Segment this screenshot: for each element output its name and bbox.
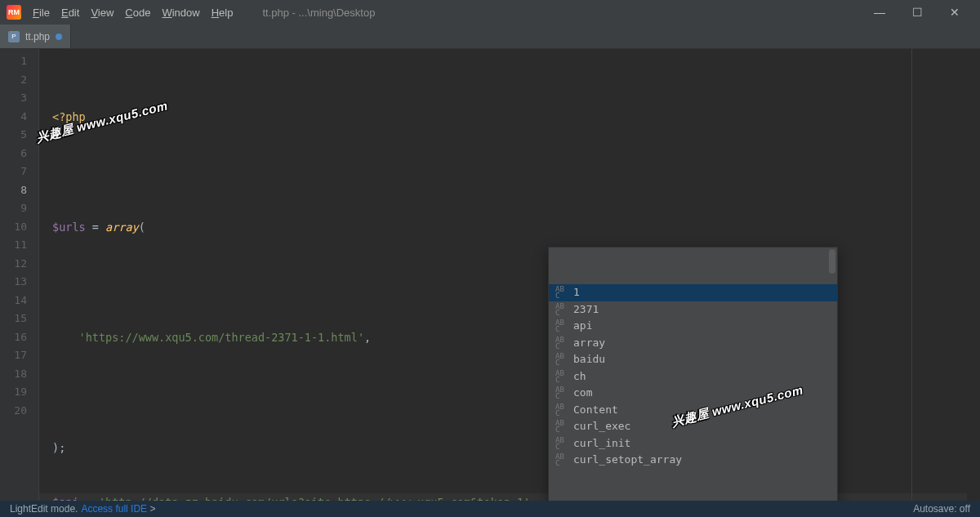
line-number: 18 (0, 365, 27, 384)
abc-icon: ABC (555, 386, 567, 399)
autocomplete-item-label: 2371 (573, 301, 599, 319)
menu-window[interactable]: Window (162, 7, 199, 19)
autocomplete-item[interactable]: ABCcom (549, 385, 837, 402)
abc-icon: ABC (555, 453, 567, 466)
autocomplete-item[interactable]: ABCcurl_exec (549, 418, 837, 435)
autocomplete-item-label: api (573, 317, 592, 336)
line-number: 16 (0, 328, 27, 347)
line-number: 8 (0, 181, 27, 200)
status-autosave: Autosave: off (913, 503, 970, 515)
line-number: 13 (0, 273, 27, 292)
autocomplete-item[interactable]: ABCch (549, 368, 837, 386)
close-button[interactable]: ✕ (936, 0, 973, 25)
app-icon: RM (7, 5, 21, 20)
abc-icon: ABC (555, 420, 567, 433)
menu-file[interactable]: File (33, 7, 50, 19)
abc-icon: ABC (555, 336, 567, 350)
autocomplete-item[interactable]: ABCapi (549, 318, 837, 335)
abc-icon: ABC (555, 303, 567, 316)
line-number: 7 (0, 163, 27, 181)
window-controls: — ☐ ✕ (861, 0, 973, 25)
line-number: 15 (0, 310, 27, 328)
gutter: 1234567891011121314151617181920 (0, 49, 39, 501)
menu-code[interactable]: Code (125, 7, 150, 19)
line-number: 20 (0, 402, 27, 421)
autocomplete-item-label: ch (573, 368, 586, 386)
abc-icon: ABC (555, 370, 567, 383)
autocomplete-item-label: curl_init (573, 435, 630, 453)
line-number: 5 (0, 126, 27, 145)
line-number: 11 (0, 236, 27, 255)
tab-ttphp[interactable]: P tt.php (0, 25, 71, 48)
titlebar: RM File Edit View Code Window Help tt.ph… (0, 0, 980, 25)
autocomplete-item[interactable]: ABCbaidu (549, 351, 837, 368)
line-number: 9 (0, 199, 27, 218)
menu-view[interactable]: View (91, 7, 114, 19)
abc-icon: ABC (555, 437, 567, 450)
autocomplete-item[interactable]: ABCContent (549, 402, 837, 419)
window-title: tt.php - ...\ming\Desktop (262, 7, 375, 19)
line-number: 14 (0, 292, 27, 310)
code-editor[interactable]: <?php $urls = array( 'https://www.xqu5.c… (39, 49, 980, 501)
menubar: File Edit View Code Window Help (33, 7, 233, 19)
autocomplete-item[interactable]: ABC2371 (549, 301, 837, 319)
abc-icon: ABC (555, 403, 567, 417)
line-number: 1 (0, 52, 27, 71)
php-file-icon: P (8, 31, 20, 42)
autocomplete-item-label: 1 (573, 284, 580, 302)
statusbar: LightEdit mode. Access full IDE > Autosa… (0, 501, 980, 517)
line-number: 10 (0, 218, 27, 237)
tabbar: P tt.php (0, 25, 980, 49)
scrollbar-thumb[interactable] (829, 249, 835, 274)
autocomplete-item[interactable]: ABC1 (549, 284, 837, 301)
line-number: 6 (0, 145, 27, 163)
autocomplete-item-label: baidu (573, 350, 605, 369)
autocomplete-item[interactable]: ABCcurl_init (549, 435, 837, 452)
code-text: <?php (52, 110, 86, 123)
autocomplete-item-label: curl_exec (573, 417, 630, 436)
tab-filename: tt.php (25, 31, 50, 42)
autocomplete-item-label: curl_setopt_array (573, 451, 682, 468)
abc-icon: ABC (555, 319, 567, 332)
line-number: 19 (0, 383, 27, 402)
access-full-ide-link[interactable]: Access full IDE (81, 503, 147, 515)
maximize-button[interactable]: ☐ (898, 0, 936, 25)
autocomplete-item-label: com (573, 384, 592, 403)
autocomplete-item-label: Content (573, 401, 618, 420)
line-number: 3 (0, 89, 27, 108)
dirty-indicator-icon (56, 33, 62, 40)
autocomplete-item[interactable]: ABCcurl_setopt_array (549, 452, 837, 468)
line-number: 4 (0, 108, 27, 127)
menu-help[interactable]: Help (212, 7, 234, 19)
autocomplete-popup[interactable]: ABC1ABC2371ABCapiABCarrayABCbaiduABCchAB… (548, 247, 838, 517)
autocomplete-item-label: array (573, 334, 605, 353)
autocomplete-item[interactable]: ABCarray (549, 335, 837, 352)
right-margin-ruler (911, 49, 912, 501)
line-number: 2 (0, 71, 27, 90)
minimize-button[interactable]: — (861, 0, 898, 25)
menu-edit[interactable]: Edit (61, 7, 79, 19)
line-number: 12 (0, 255, 27, 274)
editor-area: 1234567891011121314151617181920 <?php $u… (0, 49, 980, 501)
abc-icon: ABC (555, 286, 567, 299)
abc-icon: ABC (555, 353, 567, 366)
autocomplete-item-label: CURLOPT_HTTPHEADER (573, 468, 688, 469)
autocomplete-list: ABC1ABC2371ABCapiABCarrayABCbaiduABCchAB… (549, 284, 837, 468)
line-number: 17 (0, 346, 27, 365)
status-mode: LightEdit mode. (10, 503, 78, 515)
